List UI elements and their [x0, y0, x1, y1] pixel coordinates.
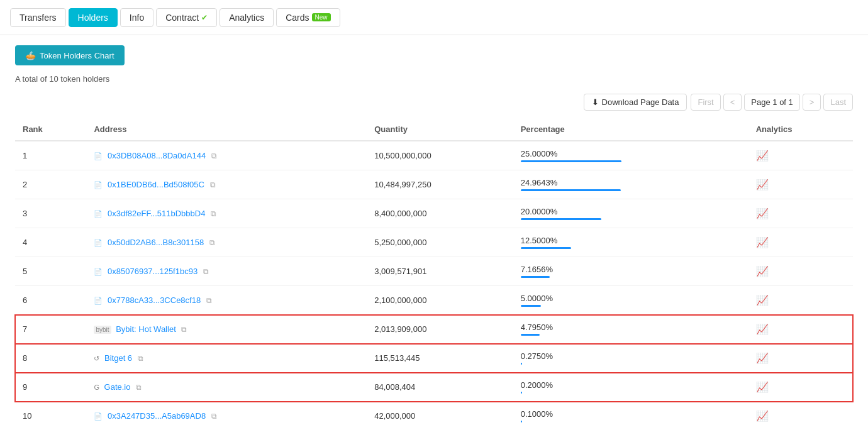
address-link[interactable]: 0x85076937...125f1bc93: [108, 267, 198, 276]
analytics-cell: 📈: [748, 286, 853, 315]
quantity-cell: 5,250,000,000: [367, 228, 513, 257]
nav-tab-cards[interactable]: Cards New: [276, 8, 340, 27]
percentage-value: 0.2000%: [521, 380, 741, 390]
address-link[interactable]: 0x3A247D35...A5ab69AD8: [108, 411, 206, 421]
percentage-cell: 5.0000%: [513, 286, 748, 315]
percentage-bar: [521, 218, 601, 220]
analytics-chart-icon[interactable]: 📈: [756, 411, 769, 421]
percentage-bar-container: 0.1000%: [521, 409, 741, 422]
address-link[interactable]: 0x50dD2AB6...B8c301158: [108, 238, 204, 247]
address-cell: 📄 0x50dD2AB6...B8c301158 ⧉: [86, 228, 367, 257]
percentage-value: 12.5000%: [521, 236, 741, 245]
entity-icon: bybit: [94, 326, 111, 334]
percentage-bar: [521, 276, 550, 278]
analytics-chart-icon[interactable]: 📈: [756, 382, 769, 392]
contract-icon: 📄: [94, 268, 103, 275]
table-row: 9 G Gate.io ⧉ 84,008,404 0.2000% 📈: [15, 373, 853, 402]
analytics-cell: 📈: [748, 228, 853, 257]
copy-icon[interactable]: ⧉: [138, 354, 143, 363]
address-cell: 📄 0x3df82eFF...511bDbbbD4 ⧉: [86, 199, 367, 228]
analytics-chart-icon[interactable]: 📈: [756, 208, 769, 219]
percentage-cell: 25.0000%: [513, 141, 748, 170]
col-header-quantity: Quantity: [367, 118, 513, 141]
last-page-button[interactable]: Last: [823, 94, 853, 111]
percentage-bar-container: 4.7950%: [521, 323, 741, 336]
analytics-chart-icon[interactable]: 📈: [756, 353, 769, 363]
percentage-bar-container: 20.0000%: [521, 207, 741, 220]
analytics-cell: 📈: [748, 402, 853, 431]
address-link[interactable]: 0x1BE0DB6d...Bd508f05C: [108, 180, 204, 189]
contract-icon: 📄: [94, 297, 103, 304]
copy-icon[interactable]: ⧉: [181, 325, 187, 334]
percentage-value: 24.9643%: [521, 178, 741, 187]
address-link[interactable]: Bybit: Hot Wallet: [116, 324, 176, 334]
contract-icon: 📄: [94, 412, 103, 420]
analytics-chart-icon[interactable]: 📈: [756, 237, 769, 248]
analytics-chart-icon[interactable]: 📈: [756, 266, 769, 277]
address-link[interactable]: Bitget 6: [104, 353, 132, 363]
nav-tab-holders[interactable]: Holders: [69, 8, 118, 27]
summary-text: A total of 10 token holders: [15, 74, 853, 84]
nav-tab-analytics[interactable]: Analytics: [220, 8, 274, 27]
rank-cell: 10: [15, 402, 86, 431]
copy-icon[interactable]: ⧉: [211, 209, 216, 218]
download-button[interactable]: ⬇ Download Page Data: [584, 94, 687, 111]
copy-icon[interactable]: ⧉: [206, 296, 212, 305]
token-holders-chart-button[interactable]: 🥧 Token Holders Chart: [15, 45, 125, 65]
chart-button-label: Token Holders Chart: [40, 51, 114, 60]
table-row: 1 📄 0x3DB08A08...8Da0dA144 ⧉ 10,500,000,…: [15, 141, 853, 170]
copy-icon[interactable]: ⧉: [136, 383, 142, 392]
rank-cell: 7: [15, 315, 86, 344]
nav-tab-contract[interactable]: Contract ✔: [156, 8, 217, 27]
col-header-rank: Rank: [15, 118, 86, 141]
rank-cell: 8: [15, 344, 86, 373]
quantity-cell: 84,008,404: [367, 373, 513, 402]
percentage-bar-container: 24.9643%: [521, 178, 741, 191]
address-link[interactable]: 0x7788cA33...3CCe8cf18: [108, 295, 201, 305]
table-row: 8 ↺ Bitget 6 ⧉ 115,513,445 0.2750% 📈: [15, 344, 853, 373]
copy-icon[interactable]: ⧉: [211, 152, 217, 160]
percentage-bar: [521, 305, 541, 307]
copy-icon[interactable]: ⧉: [211, 412, 217, 421]
address-link[interactable]: 0x3DB08A08...8Da0dA144: [108, 151, 206, 160]
quantity-cell: 2,100,000,000: [367, 286, 513, 315]
nav-tab-info[interactable]: Info: [120, 8, 153, 27]
analytics-chart-icon[interactable]: 📈: [756, 179, 769, 190]
address-cell: 📄 0x7788cA33...3CCe8cf18 ⧉: [86, 286, 367, 315]
analytics-chart-icon[interactable]: 📈: [756, 150, 769, 161]
next-page-button[interactable]: >: [803, 94, 821, 111]
download-label: Download Page Data: [602, 97, 679, 107]
address-link[interactable]: Gate.io: [104, 382, 131, 392]
first-page-button[interactable]: First: [691, 94, 720, 111]
entity-icon: G: [94, 384, 99, 391]
analytics-cell: 📈: [748, 199, 853, 228]
rank-cell: 1: [15, 141, 86, 170]
percentage-cell: 24.9643%: [513, 170, 748, 199]
percentage-bar: [521, 363, 522, 365]
download-icon: ⬇: [592, 97, 599, 107]
quantity-cell: 3,009,571,901: [367, 257, 513, 286]
percentage-cell: 0.1000%: [513, 402, 748, 431]
prev-page-button[interactable]: <: [723, 94, 742, 111]
percentage-cell: 20.0000%: [513, 199, 748, 228]
copy-icon[interactable]: ⧉: [203, 267, 209, 276]
percentage-bar: [521, 421, 522, 422]
table-row: 4 📄 0x50dD2AB6...B8c301158 ⧉ 5,250,000,0…: [15, 228, 853, 257]
percentage-value: 4.7950%: [521, 323, 741, 332]
address-link[interactable]: 0x3df82eFF...511bDbbbD4: [108, 209, 205, 218]
percentage-bar-container: 12.5000%: [521, 236, 741, 249]
nav-tab-transfers[interactable]: Transfers: [10, 8, 66, 27]
percentage-cell: 0.2750%: [513, 344, 748, 373]
analytics-chart-icon[interactable]: 📈: [756, 295, 769, 306]
copy-icon[interactable]: ⧉: [209, 238, 215, 247]
percentage-value: 5.0000%: [521, 294, 741, 303]
percentage-value: 0.2750%: [521, 351, 741, 361]
chart-icon: 🥧: [25, 50, 36, 60]
analytics-chart-icon[interactable]: 📈: [756, 324, 769, 334]
top-nav: TransfersHoldersInfoContract ✔AnalyticsC…: [0, 0, 868, 35]
rank-cell: 2: [15, 170, 86, 199]
quantity-cell: 42,000,000: [367, 402, 513, 431]
copy-icon[interactable]: ⧉: [210, 180, 216, 189]
percentage-value: 0.1000%: [521, 409, 741, 419]
rank-cell: 5: [15, 257, 86, 286]
